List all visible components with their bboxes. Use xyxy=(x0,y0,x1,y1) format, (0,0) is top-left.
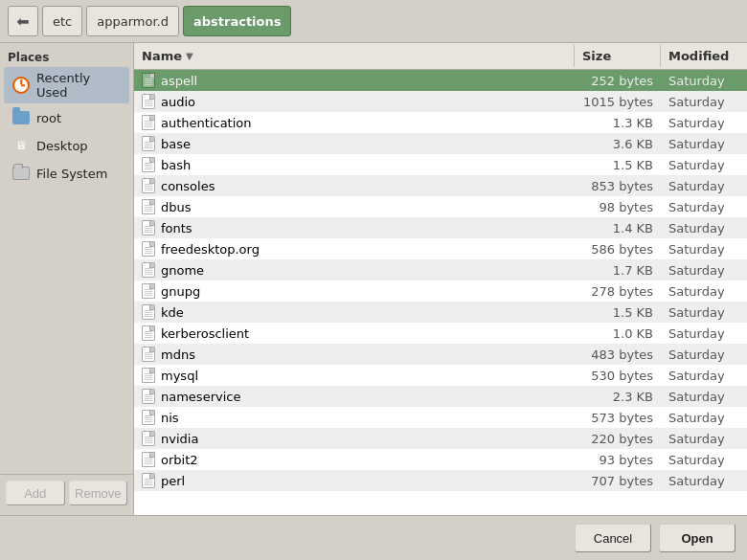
file-icon xyxy=(142,115,155,130)
table-row[interactable]: kde1.5 KBSaturday xyxy=(134,302,747,323)
table-row[interactable]: nis573 bytesSaturday xyxy=(134,407,747,428)
file-icon xyxy=(142,452,155,467)
file-modified-cell: Saturday xyxy=(661,219,747,237)
file-icon xyxy=(142,73,155,88)
sidebar-item-label-root: root xyxy=(36,111,61,125)
sidebar-item-filesystem[interactable]: File System xyxy=(4,160,129,187)
col-name-header[interactable]: Name ▼ xyxy=(134,45,575,67)
file-list-area: Name ▼ Size Modified aspell252 bytesSatu… xyxy=(134,43,747,515)
file-icon xyxy=(142,389,155,404)
file-size-cell: 1.5 KB xyxy=(575,156,661,174)
add-button[interactable]: Add xyxy=(6,481,65,505)
open-button[interactable]: Open xyxy=(659,524,736,552)
file-name-text: kerberosclient xyxy=(161,326,249,341)
file-modified-cell: Saturday xyxy=(661,198,747,216)
file-name-cell: consoles xyxy=(134,176,575,195)
sidebar-header: Places xyxy=(0,47,133,66)
table-row[interactable]: dbus98 bytesSaturday xyxy=(134,196,747,217)
file-modified-cell: Saturday xyxy=(661,472,747,490)
file-name-cell: gnome xyxy=(134,260,575,280)
file-size-cell: 1.3 KB xyxy=(575,114,661,132)
file-size-cell: 483 bytes xyxy=(575,346,661,364)
file-modified-cell: Saturday xyxy=(661,346,747,364)
file-icon xyxy=(142,431,155,446)
file-name-text: gnome xyxy=(161,263,204,278)
table-row[interactable]: freedesktop.org586 bytesSaturday xyxy=(134,238,747,259)
file-name-text: authentication xyxy=(161,116,252,130)
file-modified-cell: Saturday xyxy=(661,177,747,195)
file-name-cell: aspell xyxy=(134,71,575,90)
file-modified-cell: Saturday xyxy=(661,409,747,427)
file-modified-cell: Saturday xyxy=(661,135,747,153)
file-icon xyxy=(142,283,155,299)
cancel-button[interactable]: Cancel xyxy=(575,524,651,552)
file-size-cell: 278 bytes xyxy=(575,282,661,301)
col-size-header[interactable]: Size xyxy=(575,45,661,67)
table-row[interactable]: orbit293 bytesSaturday xyxy=(134,449,747,470)
column-headers: Name ▼ Size Modified xyxy=(134,43,747,70)
toolbar: ⬅ etcapparmor.dabstractions xyxy=(0,0,747,43)
table-row[interactable]: bash1.5 KBSaturday xyxy=(134,154,747,175)
file-name-cell: mdns xyxy=(134,345,575,364)
table-row[interactable]: authentication1.3 KBSaturday xyxy=(134,112,747,133)
sidebar-item-label-filesystem: File System xyxy=(36,167,107,181)
file-name-text: mdns xyxy=(161,347,195,362)
file-size-cell: 573 bytes xyxy=(575,409,661,427)
back-icon: ⬅ xyxy=(16,12,29,31)
file-modified-cell: Saturday xyxy=(661,430,747,448)
file-name-text: base xyxy=(161,137,191,151)
file-size-cell: 1.0 KB xyxy=(575,325,661,343)
breadcrumb: etcapparmor.dabstractions xyxy=(42,6,291,36)
sidebar-buttons: Add Remove xyxy=(0,474,133,511)
sidebar-item-desktop[interactable]: 🖥Desktop xyxy=(4,132,129,159)
table-row[interactable]: aspell252 bytesSaturday xyxy=(134,70,747,91)
sidebar-item-recently-used[interactable]: Recently Used xyxy=(4,67,129,103)
file-modified-cell: Saturday xyxy=(661,388,747,406)
file-modified-cell: Saturday xyxy=(661,451,747,469)
file-name-cell: dbus xyxy=(134,197,575,216)
table-row[interactable]: audio1015 bytesSaturday xyxy=(134,91,747,112)
table-row[interactable]: mysql530 bytesSaturday xyxy=(134,365,747,386)
file-modified-cell: Saturday xyxy=(661,282,747,301)
file-icon xyxy=(142,178,155,193)
breadcrumb-item-abstractions[interactable]: abstractions xyxy=(183,6,292,36)
table-row[interactable]: consoles853 bytesSaturday xyxy=(134,175,747,196)
breadcrumb-item-etc[interactable]: etc xyxy=(42,6,82,36)
file-name-text: audio xyxy=(161,95,195,109)
table-row[interactable]: kerberosclient1.0 KBSaturday xyxy=(134,323,747,344)
file-icon xyxy=(142,368,155,383)
file-name-text: freedesktop.org xyxy=(161,242,260,257)
back-button[interactable]: ⬅ xyxy=(8,6,38,36)
file-name-cell: kde xyxy=(134,302,575,322)
file-name-cell: perl xyxy=(134,471,575,490)
table-row[interactable]: gnome1.7 KBSaturday xyxy=(134,259,747,280)
file-modified-cell: Saturday xyxy=(661,93,747,111)
file-name-text: nameservice xyxy=(161,390,240,404)
col-modified-header[interactable]: Modified xyxy=(661,45,747,67)
table-row[interactable]: perl707 bytesSaturday xyxy=(134,470,747,491)
filesystem-icon xyxy=(11,164,31,183)
table-row[interactable]: fonts1.4 KBSaturday xyxy=(134,217,747,238)
file-icon xyxy=(142,241,155,257)
breadcrumb-item-apparmor-d[interactable]: apparmor.d xyxy=(86,6,179,36)
file-icon xyxy=(142,304,155,320)
file-size-cell: 586 bytes xyxy=(575,240,661,258)
table-row[interactable]: base3.6 KBSaturday xyxy=(134,133,747,154)
remove-button[interactable]: Remove xyxy=(69,481,128,505)
sidebar-item-root[interactable]: root xyxy=(4,104,129,131)
file-size-cell: 2.3 KB xyxy=(575,388,661,406)
table-row[interactable]: nvidia220 bytesSaturday xyxy=(134,428,747,449)
file-icon xyxy=(142,220,155,235)
table-row[interactable]: gnupg278 bytesSaturday xyxy=(134,280,747,302)
sidebar-items: Recently Usedroot🖥DesktopFile System xyxy=(0,66,133,188)
file-modified-cell: Saturday xyxy=(661,240,747,258)
file-size-cell: 93 bytes xyxy=(575,451,661,469)
desktop-icon: 🖥 xyxy=(11,136,31,155)
main-area: Places Recently Usedroot🖥DesktopFile Sys… xyxy=(0,43,747,515)
folder-icon xyxy=(11,108,31,127)
table-row[interactable]: mdns483 bytesSaturday xyxy=(134,344,747,365)
clock-icon xyxy=(11,76,31,95)
table-row[interactable]: nameservice2.3 KBSaturday xyxy=(134,386,747,407)
sort-arrow-icon: ▼ xyxy=(186,51,193,61)
file-size-cell: 252 bytes xyxy=(575,72,661,90)
